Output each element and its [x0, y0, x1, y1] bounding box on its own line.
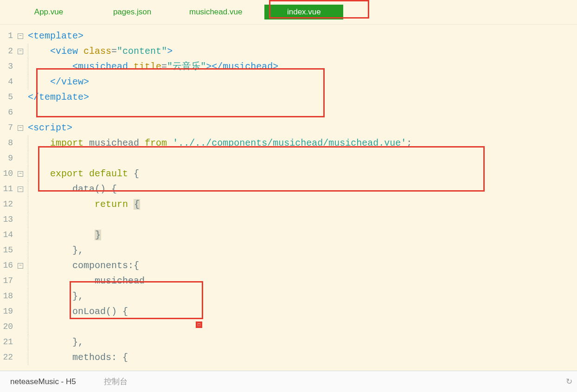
fold-icon[interactable]: − [18, 171, 23, 177]
fold-icon[interactable]: − [18, 125, 23, 131]
tab-bar: App.vue pages.json musichead.vue index.v… [0, 0, 577, 24]
code-area[interactable]: <template> <view class="content"> <music… [28, 25, 577, 365]
code-line: }, [28, 334, 577, 350]
line-gutter: 1− 2− 3 4 5 6 7− 8 9 10− 11− 12 13 14 15… [0, 25, 26, 365]
code-line: musichead [28, 273, 577, 289]
status-console-label[interactable]: 控制台 [104, 376, 128, 387]
fold-icon[interactable]: − [18, 33, 23, 39]
tab-pages-json[interactable]: pages.json [97, 5, 167, 19]
annotation-error-marker: □ [196, 321, 202, 328]
fold-icon[interactable]: − [18, 186, 23, 192]
code-line: return { [28, 197, 577, 212]
status-bar: neteaseMusic - H5 控制台 ↻ [0, 371, 577, 392]
tab-index-vue[interactable]: index.vue [264, 5, 343, 19]
code-line: </template> [28, 90, 577, 105]
tab-app-vue[interactable]: App.vue [14, 5, 83, 19]
code-line: <view class="content"> [28, 44, 577, 59]
code-line: <musichead title="云音乐"></musichead> [28, 59, 577, 74]
code-line: components:{ [28, 258, 577, 273]
code-line [28, 212, 577, 227]
code-line: import musichead from '../../components/… [28, 135, 577, 151]
code-line: export default { [28, 166, 577, 181]
fold-icon[interactable]: − [18, 49, 23, 54]
code-line: </view> [28, 74, 577, 90]
code-line: data() { [28, 181, 577, 197]
code-line [28, 151, 577, 166]
code-line: methods: { [28, 350, 577, 365]
tab-musichead-vue[interactable]: musichead.vue [181, 5, 250, 19]
refresh-icon[interactable]: ↻ [566, 377, 577, 386]
status-project-name: neteaseMusic - H5 [0, 377, 76, 386]
code-line: <script> [28, 120, 577, 135]
code-line [28, 319, 577, 334]
code-line: } [28, 227, 577, 243]
code-line: <template> [28, 28, 577, 44]
code-line: }, [28, 243, 577, 258]
code-line: onLoad() { [28, 304, 577, 319]
code-editor[interactable]: 1− 2− 3 4 5 6 7− 8 9 10− 11− 12 13 14 15… [0, 24, 577, 371]
code-line [28, 105, 577, 120]
code-line: }, [28, 289, 577, 304]
fold-icon[interactable]: − [18, 263, 23, 269]
